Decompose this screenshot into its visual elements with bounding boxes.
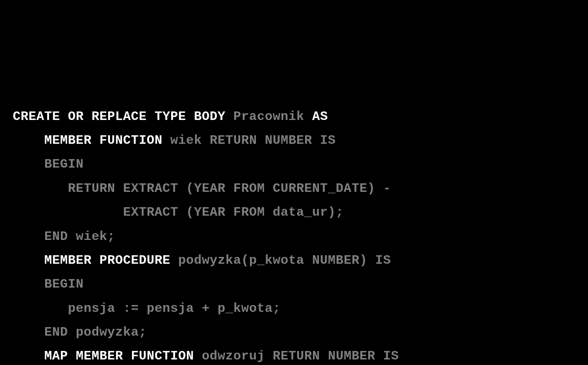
keyword-create: CREATE OR REPLACE TYPE BODY — [13, 109, 226, 124]
keyword-map-member-function: MAP MEMBER FUNCTION — [44, 349, 194, 363]
type-name: Pracownik — [226, 109, 313, 124]
keyword-as: AS — [312, 109, 328, 124]
keyword-member-function: MEMBER FUNCTION — [44, 133, 163, 148]
indent — [13, 253, 44, 268]
function-signature: odwzoruj RETURN NUMBER IS — [194, 349, 399, 363]
function-signature: wiek RETURN NUMBER IS — [163, 133, 336, 148]
code-line: pensja := pensja + p_kwota; — [13, 301, 281, 316]
indent — [13, 133, 44, 148]
code-line: END podwyzka; — [13, 325, 147, 339]
procedure-signature: podwyzka(p_kwota NUMBER) IS — [170, 253, 391, 268]
code-line: EXTRACT (YEAR FROM data_ur); — [13, 205, 344, 220]
code-block: CREATE OR REPLACE TYPE BODY Pracownik AS… — [13, 105, 575, 365]
code-line: END wiek; — [13, 229, 115, 244]
indent — [13, 349, 44, 363]
keyword-member-procedure: MEMBER PROCEDURE — [44, 253, 170, 268]
code-line: RETURN EXTRACT (YEAR FROM CURRENT_DATE) … — [13, 181, 391, 196]
code-line: BEGIN — [13, 277, 84, 291]
code-line: BEGIN — [13, 157, 84, 171]
